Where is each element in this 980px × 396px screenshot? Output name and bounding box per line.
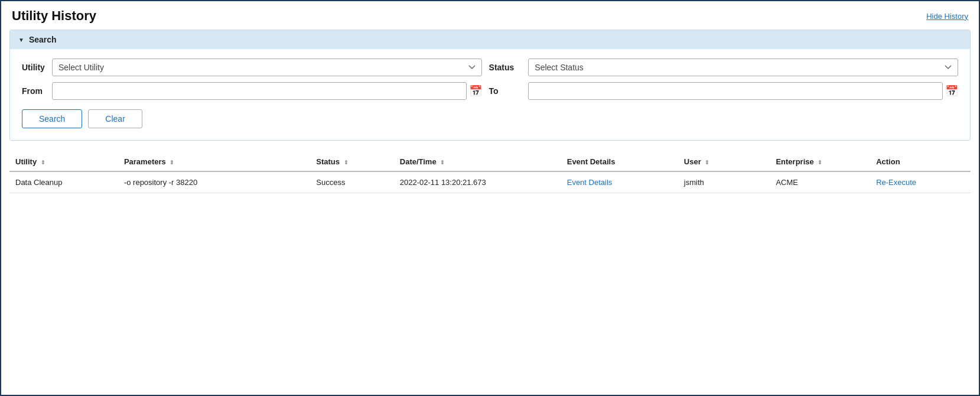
col-header-parameters[interactable]: Parameters ⇕ [118, 152, 310, 171]
from-date-input[interactable] [52, 82, 467, 100]
search-panel-label: Search [29, 35, 57, 44]
to-date-wrapper: 📅 [528, 82, 958, 100]
search-panel-body: Utility Select Utility Status Select Sta… [10, 49, 970, 140]
hide-history-link[interactable]: Hide History [926, 12, 968, 21]
from-calendar-icon[interactable]: 📅 [469, 85, 482, 98]
utility-label: Utility [22, 63, 45, 72]
cell-enterprise: ACME [770, 171, 870, 193]
col-header-event-details: Event Details [561, 152, 678, 171]
cell-utility: Data Cleanup [9, 171, 118, 193]
cell-event-details[interactable]: Event Details [561, 171, 678, 193]
results-area: Utility ⇕ Parameters ⇕ Status ⇕ Date/Tim… [9, 152, 971, 193]
cell-datetime: 2022-02-11 13:20:21.673 [394, 171, 561, 193]
to-date-input[interactable] [528, 82, 943, 100]
col-header-utility[interactable]: Utility ⇕ [9, 152, 118, 171]
re-execute-link[interactable]: Re-Execute [876, 178, 916, 187]
page-header: Utility History Hide History [1, 1, 979, 30]
col-header-enterprise[interactable]: Enterprise ⇕ [770, 152, 870, 171]
cell-status: Success [310, 171, 393, 193]
sort-icon-status: ⇕ [344, 160, 349, 165]
button-row: Search Clear [22, 109, 958, 128]
status-select[interactable]: Select Status [528, 59, 958, 76]
from-label: From [22, 86, 45, 96]
table-row: Data Cleanup -o repository -r 38220 Succ… [9, 171, 971, 193]
search-panel-header[interactable]: ▼ Search [10, 30, 970, 49]
table-header-row: Utility ⇕ Parameters ⇕ Status ⇕ Date/Tim… [9, 152, 971, 171]
col-header-datetime[interactable]: Date/Time ⇕ [394, 152, 561, 171]
results-table: Utility ⇕ Parameters ⇕ Status ⇕ Date/Tim… [9, 152, 971, 193]
search-form-grid: Utility Select Utility Status Select Sta… [22, 59, 958, 100]
page-title: Utility History [12, 8, 96, 24]
status-label: Status [489, 63, 515, 72]
chevron-down-icon: ▼ [18, 37, 24, 43]
utility-select[interactable]: Select Utility [52, 59, 482, 76]
to-calendar-icon[interactable]: 📅 [945, 85, 958, 98]
cell-action[interactable]: Re-Execute [870, 171, 971, 193]
cell-user: jsmith [678, 171, 770, 193]
col-header-status[interactable]: Status ⇕ [310, 152, 393, 171]
clear-button[interactable]: Clear [88, 109, 142, 128]
sort-icon-enterprise: ⇕ [818, 160, 822, 165]
sort-icon-user: ⇕ [705, 160, 709, 165]
to-label: To [489, 86, 515, 96]
search-button[interactable]: Search [22, 109, 82, 128]
col-header-action: Action [870, 152, 971, 171]
sort-icon-parameters: ⇕ [170, 160, 174, 165]
from-date-wrapper: 📅 [52, 82, 482, 100]
col-header-user[interactable]: User ⇕ [678, 152, 770, 171]
cell-parameters: -o repository -r 38220 [118, 171, 310, 193]
search-panel: ▼ Search Utility Select Utility Status S… [9, 30, 971, 141]
sort-icon-datetime: ⇕ [440, 160, 445, 165]
event-details-link[interactable]: Event Details [567, 178, 613, 187]
sort-icon-utility: ⇕ [41, 160, 45, 165]
